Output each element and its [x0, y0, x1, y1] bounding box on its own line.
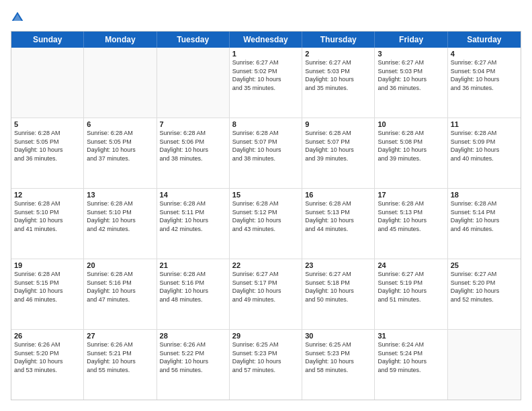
- cell-info: Sunrise: 6:28 AM Sunset: 5:16 PM Dayligh…: [160, 270, 226, 304]
- calendar: SundayMondayTuesdayWednesdayThursdayFrid…: [11, 31, 521, 400]
- calendar-cell-28: 28Sunrise: 6:26 AM Sunset: 5:22 PM Dayli…: [157, 330, 230, 400]
- cell-info: Sunrise: 6:28 AM Sunset: 5:11 PM Dayligh…: [160, 199, 226, 233]
- cell-info: Sunrise: 6:27 AM Sunset: 5:20 PM Dayligh…: [451, 270, 518, 304]
- cell-info: Sunrise: 6:28 AM Sunset: 5:13 PM Dayligh…: [378, 199, 444, 233]
- day-number: 16: [305, 191, 371, 199]
- cell-info: Sunrise: 6:28 AM Sunset: 5:10 PM Dayligh…: [14, 199, 81, 233]
- cell-info: Sunrise: 6:26 AM Sunset: 5:20 PM Dayligh…: [14, 340, 81, 374]
- cell-info: Sunrise: 6:26 AM Sunset: 5:21 PM Dayligh…: [87, 340, 153, 374]
- weekday-header-wednesday: Wednesday: [230, 32, 302, 48]
- day-number: 9: [305, 120, 371, 128]
- calendar-cell-22: 22Sunrise: 6:27 AM Sunset: 5:17 PM Dayli…: [230, 259, 302, 329]
- cell-info: Sunrise: 6:28 AM Sunset: 5:05 PM Dayligh…: [14, 129, 81, 163]
- calendar-cell-7: 7Sunrise: 6:28 AM Sunset: 5:06 PM Daylig…: [157, 118, 230, 188]
- calendar-cell-20: 20Sunrise: 6:28 AM Sunset: 5:16 PM Dayli…: [84, 259, 157, 329]
- day-number: 27: [87, 332, 153, 340]
- calendar-cell-6: 6Sunrise: 6:28 AM Sunset: 5:05 PM Daylig…: [84, 118, 157, 188]
- cell-info: Sunrise: 6:28 AM Sunset: 5:13 PM Dayligh…: [305, 199, 371, 233]
- calendar-cell-empty: [84, 48, 157, 118]
- calendar-cell-30: 30Sunrise: 6:25 AM Sunset: 5:23 PM Dayli…: [302, 330, 375, 400]
- calendar-row-2: 12Sunrise: 6:28 AM Sunset: 5:10 PM Dayli…: [11, 189, 521, 259]
- day-number: 15: [232, 191, 299, 199]
- day-number: 3: [378, 50, 444, 58]
- cell-info: Sunrise: 6:28 AM Sunset: 5:12 PM Dayligh…: [232, 199, 299, 233]
- calendar-cell-27: 27Sunrise: 6:26 AM Sunset: 5:21 PM Dayli…: [84, 330, 157, 400]
- day-number: 28: [160, 332, 226, 340]
- day-number: 23: [305, 261, 371, 269]
- weekday-header-saturday: Saturday: [448, 32, 521, 48]
- calendar-cell-17: 17Sunrise: 6:28 AM Sunset: 5:13 PM Dayli…: [375, 189, 447, 259]
- calendar-cell-3: 3Sunrise: 6:27 AM Sunset: 5:03 PM Daylig…: [375, 48, 447, 118]
- cell-info: Sunrise: 6:28 AM Sunset: 5:07 PM Dayligh…: [232, 129, 299, 163]
- day-number: 18: [451, 191, 518, 199]
- day-number: 5: [14, 120, 81, 128]
- day-number: 2: [305, 50, 371, 58]
- calendar-cell-empty: [157, 48, 230, 118]
- calendar-cell-16: 16Sunrise: 6:28 AM Sunset: 5:13 PM Dayli…: [302, 189, 375, 259]
- calendar-cell-31: 31Sunrise: 6:24 AM Sunset: 5:24 PM Dayli…: [375, 330, 447, 400]
- logo: [11, 11, 27, 24]
- calendar-cell-23: 23Sunrise: 6:27 AM Sunset: 5:18 PM Dayli…: [302, 259, 375, 329]
- day-number: 19: [14, 261, 81, 269]
- day-number: 29: [232, 332, 299, 340]
- day-number: 21: [160, 261, 226, 269]
- calendar-cell-21: 21Sunrise: 6:28 AM Sunset: 5:16 PM Dayli…: [157, 259, 230, 329]
- cell-info: Sunrise: 6:27 AM Sunset: 5:02 PM Dayligh…: [232, 58, 299, 92]
- calendar-row-1: 5Sunrise: 6:28 AM Sunset: 5:05 PM Daylig…: [11, 118, 521, 189]
- calendar-header: SundayMondayTuesdayWednesdayThursdayFrid…: [11, 32, 521, 48]
- cell-info: Sunrise: 6:27 AM Sunset: 5:19 PM Dayligh…: [378, 270, 444, 304]
- weekday-header-friday: Friday: [375, 32, 447, 48]
- cell-info: Sunrise: 6:27 AM Sunset: 5:17 PM Dayligh…: [232, 270, 299, 304]
- calendar-cell-empty: [448, 330, 521, 400]
- day-number: 24: [378, 261, 444, 269]
- cell-info: Sunrise: 6:28 AM Sunset: 5:07 PM Dayligh…: [305, 129, 371, 163]
- day-number: 13: [87, 191, 153, 199]
- day-number: 31: [378, 332, 444, 340]
- weekday-header-monday: Monday: [84, 32, 157, 48]
- calendar-cell-29: 29Sunrise: 6:25 AM Sunset: 5:23 PM Dayli…: [230, 330, 302, 400]
- calendar-cell-2: 2Sunrise: 6:27 AM Sunset: 5:03 PM Daylig…: [302, 48, 375, 118]
- day-number: 11: [451, 120, 518, 128]
- calendar-cell-24: 24Sunrise: 6:27 AM Sunset: 5:19 PM Dayli…: [375, 259, 447, 329]
- day-number: 12: [14, 191, 81, 199]
- day-number: 17: [378, 191, 444, 199]
- cell-info: Sunrise: 6:27 AM Sunset: 5:04 PM Dayligh…: [451, 58, 518, 92]
- cell-info: Sunrise: 6:26 AM Sunset: 5:22 PM Dayligh…: [160, 340, 226, 374]
- weekday-header-thursday: Thursday: [302, 32, 375, 48]
- calendar-cell-8: 8Sunrise: 6:28 AM Sunset: 5:07 PM Daylig…: [230, 118, 302, 188]
- calendar-row-0: 1Sunrise: 6:27 AM Sunset: 5:02 PM Daylig…: [11, 48, 521, 118]
- weekday-header-tuesday: Tuesday: [157, 32, 230, 48]
- cell-info: Sunrise: 6:28 AM Sunset: 5:14 PM Dayligh…: [451, 199, 518, 233]
- calendar-cell-5: 5Sunrise: 6:28 AM Sunset: 5:05 PM Daylig…: [11, 118, 84, 188]
- day-number: 30: [305, 332, 371, 340]
- cell-info: Sunrise: 6:28 AM Sunset: 5:06 PM Dayligh…: [160, 129, 226, 163]
- cell-info: Sunrise: 6:28 AM Sunset: 5:05 PM Dayligh…: [87, 129, 153, 163]
- day-number: 10: [378, 120, 444, 128]
- weekday-header-sunday: Sunday: [11, 32, 84, 48]
- calendar-cell-15: 15Sunrise: 6:28 AM Sunset: 5:12 PM Dayli…: [230, 189, 302, 259]
- day-number: 14: [160, 191, 226, 199]
- calendar-cell-13: 13Sunrise: 6:28 AM Sunset: 5:10 PM Dayli…: [84, 189, 157, 259]
- calendar-cell-9: 9Sunrise: 6:28 AM Sunset: 5:07 PM Daylig…: [302, 118, 375, 188]
- day-number: 22: [232, 261, 299, 269]
- calendar-row-4: 26Sunrise: 6:26 AM Sunset: 5:20 PM Dayli…: [11, 330, 521, 400]
- calendar-cell-19: 19Sunrise: 6:28 AM Sunset: 5:15 PM Dayli…: [11, 259, 84, 329]
- day-number: 6: [87, 120, 153, 128]
- calendar-cell-empty: [11, 48, 84, 118]
- cell-info: Sunrise: 6:28 AM Sunset: 5:08 PM Dayligh…: [378, 129, 444, 163]
- cell-info: Sunrise: 6:27 AM Sunset: 5:03 PM Dayligh…: [305, 58, 371, 92]
- cell-info: Sunrise: 6:24 AM Sunset: 5:24 PM Dayligh…: [378, 340, 444, 374]
- cell-info: Sunrise: 6:28 AM Sunset: 5:09 PM Dayligh…: [451, 129, 518, 163]
- calendar-cell-25: 25Sunrise: 6:27 AM Sunset: 5:20 PM Dayli…: [448, 259, 521, 329]
- cell-info: Sunrise: 6:28 AM Sunset: 5:15 PM Dayligh…: [14, 270, 81, 304]
- calendar-cell-10: 10Sunrise: 6:28 AM Sunset: 5:08 PM Dayli…: [375, 118, 447, 188]
- page: SundayMondayTuesdayWednesdayThursdayFrid…: [0, 0, 532, 411]
- calendar-cell-11: 11Sunrise: 6:28 AM Sunset: 5:09 PM Dayli…: [448, 118, 521, 188]
- calendar-cell-1: 1Sunrise: 6:27 AM Sunset: 5:02 PM Daylig…: [230, 48, 302, 118]
- cell-info: Sunrise: 6:28 AM Sunset: 5:16 PM Dayligh…: [87, 270, 153, 304]
- day-number: 8: [232, 120, 299, 128]
- logo-icon: [11, 11, 24, 24]
- cell-info: Sunrise: 6:25 AM Sunset: 5:23 PM Dayligh…: [232, 340, 299, 374]
- cell-info: Sunrise: 6:28 AM Sunset: 5:10 PM Dayligh…: [87, 199, 153, 233]
- cell-info: Sunrise: 6:27 AM Sunset: 5:18 PM Dayligh…: [305, 270, 371, 304]
